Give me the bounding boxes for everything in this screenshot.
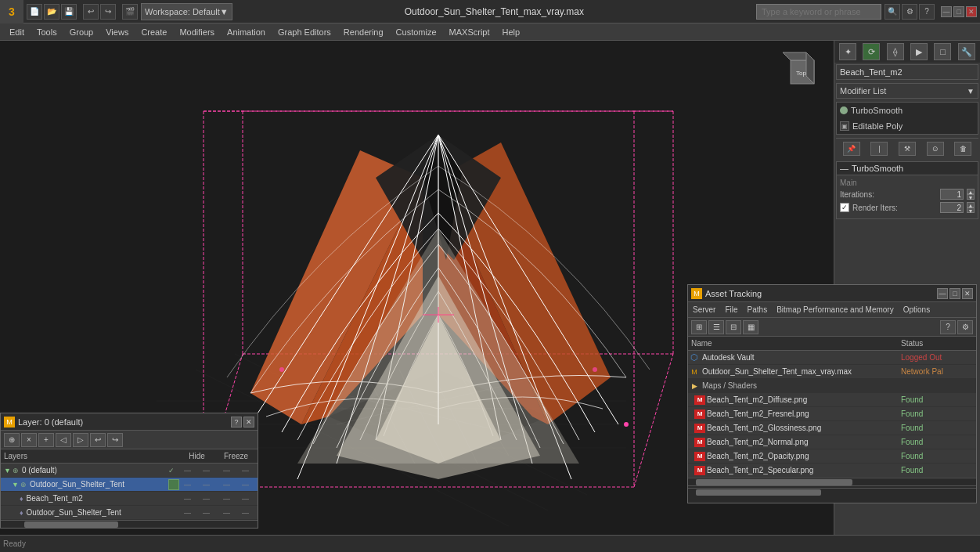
menu-create[interactable]: Create xyxy=(135,26,173,38)
asset-menu-file[interactable]: File xyxy=(720,304,742,316)
asset-menu-bitmap[interactable]: Bitmap Performance and Memory xyxy=(772,304,899,316)
asset-tool-settings[interactable]: ⚙ xyxy=(957,320,973,334)
layer-row-active[interactable]: ▼ ⊕ Outdoor_Sun_Shelter_Tent — — — — xyxy=(1,478,258,492)
asset-row-specular[interactable]: M Beach_Tent_m2_Specular.png Found xyxy=(688,464,976,478)
asset-tool-grid[interactable]: ⊞ xyxy=(691,320,707,334)
nav-cube[interactable]: Top xyxy=(779,49,826,96)
layer-hide-header: Hide xyxy=(179,452,214,460)
window-controls: — □ ✕ xyxy=(938,6,980,17)
turbosmooth-render-iters-input[interactable] xyxy=(940,202,964,213)
asset-scrollbar-thumb[interactable] xyxy=(696,479,852,485)
modifier-list-bar[interactable]: Modifier List ▼ xyxy=(836,83,978,99)
tab-display[interactable]: □ xyxy=(934,43,951,60)
turbosmooth-render-checkbox[interactable]: ✓ xyxy=(840,203,849,212)
layer-tool-down[interactable]: ↪ xyxy=(107,433,123,447)
asset-tool-minus[interactable]: ⊟ xyxy=(726,320,741,334)
modifier-tool1-button[interactable]: | xyxy=(870,142,888,156)
layer-close-button[interactable]: ✕ xyxy=(243,417,254,428)
layer-help-button[interactable]: ? xyxy=(231,417,242,428)
layer-title-buttons: ? ✕ xyxy=(231,417,254,428)
turbosmooth-iterations-spin[interactable]: ▲ ▼ xyxy=(967,189,975,200)
menu-help[interactable]: Help xyxy=(496,26,527,38)
open-file-icon[interactable]: 📂 xyxy=(44,4,59,20)
menu-edit[interactable]: Edit xyxy=(3,26,31,38)
tab-hierarchy[interactable]: ⟠ xyxy=(887,43,904,60)
layer-row-outdoor-child[interactable]: ♦ Outdoor_Sun_Shelter_Tent — — — — xyxy=(1,506,258,520)
asset-row-normal[interactable]: M Beach_Tent_m2_Normal.png Found xyxy=(688,435,976,449)
menu-rendering[interactable]: Rendering xyxy=(337,26,390,38)
asset-menu-bar: Server File Paths Bitmap Performance and… xyxy=(688,302,976,318)
turbosmooth-render-iters-spin[interactable]: ▲ ▼ xyxy=(967,202,975,213)
tab-utilities[interactable]: 🔧 xyxy=(958,43,975,60)
menu-maxscript[interactable]: MAXScript xyxy=(443,26,496,38)
menu-views[interactable]: Views xyxy=(99,26,135,38)
layer-select-indicator xyxy=(168,479,179,490)
redo-icon[interactable]: ↪ xyxy=(100,4,116,20)
help-icon[interactable]: ? xyxy=(919,4,935,20)
asset-row-maps-group[interactable]: ▶ Maps / Shaders xyxy=(688,379,976,393)
menu-customize[interactable]: Customize xyxy=(390,26,443,38)
search-icon[interactable]: 🔍 xyxy=(885,4,900,20)
layer-tool-right[interactable]: ▷ xyxy=(73,433,88,447)
layer-scrollbar-thumb[interactable] xyxy=(24,521,118,528)
asset-row-diffuse[interactable]: M Beach_Tent_m2_Diffuse.png Found xyxy=(688,393,976,407)
new-file-icon[interactable]: 📄 xyxy=(27,4,42,20)
settings-icon[interactable]: ⚙ xyxy=(902,4,917,20)
separator xyxy=(78,4,81,20)
save-file-icon[interactable]: 💾 xyxy=(61,4,77,20)
modifier-turbosmooth[interactable]: TurboSmooth xyxy=(837,103,978,118)
maximize-button[interactable]: □ xyxy=(953,6,964,17)
render-icon[interactable]: 🎬 xyxy=(122,4,138,20)
asset-tool-list[interactable]: ☰ xyxy=(708,320,724,334)
layer-tool-delete[interactable]: × xyxy=(21,433,37,447)
turbosmooth-iterations-input[interactable] xyxy=(940,189,964,200)
asset-row-fresnel[interactable]: M Beach_Tent_m2_Fresnel.png Found xyxy=(688,407,976,421)
layer-tool-add[interactable]: + xyxy=(38,433,54,447)
turbosmooth-header[interactable]: — TurboSmooth xyxy=(837,162,978,175)
layer-tool-up[interactable]: ↩ xyxy=(90,433,106,447)
asset-row-vault[interactable]: ⬡ Autodesk Vault Logged Out xyxy=(688,351,976,365)
close-button[interactable]: ✕ xyxy=(966,6,977,17)
asset-menu-paths[interactable]: Paths xyxy=(743,304,773,316)
tab-create[interactable]: ✦ xyxy=(839,43,856,60)
layer-type-icon: ⊕ xyxy=(13,467,19,474)
modifier-tool3-button[interactable]: ⊙ xyxy=(927,142,944,156)
asset-close-button[interactable]: ✕ xyxy=(962,288,973,299)
asset-row-glossiness[interactable]: M Beach_Tent_m2_Glossiness.png Found xyxy=(688,421,976,435)
turbosmooth-iterations-up[interactable]: ▲ xyxy=(967,189,975,194)
turbosmooth-iterations-down[interactable]: ▼ xyxy=(967,194,975,200)
menu-animation[interactable]: Animation xyxy=(221,26,272,38)
workspace-dropdown[interactable]: Workspace: Default ▼ xyxy=(141,3,232,20)
modifier-tool2-button[interactable]: ⚒ xyxy=(899,142,916,156)
layer-tool-view[interactable]: ⊕ xyxy=(4,433,20,447)
layer-tool-left[interactable]: ◁ xyxy=(56,433,71,447)
layer-row-beach-tent[interactable]: ♦ Beach_Tent_m2 — — — — xyxy=(1,492,258,506)
object-name-field[interactable]: Beach_Tent_m2 xyxy=(836,64,978,80)
asset-menu-server[interactable]: Server xyxy=(688,304,720,316)
menu-modifiers[interactable]: Modifiers xyxy=(173,26,221,38)
search-input[interactable] xyxy=(756,4,881,20)
layer-scrollbar[interactable] xyxy=(1,520,258,528)
asset-menu-options[interactable]: Options xyxy=(899,304,935,316)
turbosmooth-render-iters-up[interactable]: ▲ xyxy=(967,202,975,207)
asset-tool-table[interactable]: ▦ xyxy=(743,320,758,334)
modifier-editable-poly[interactable]: ▣ Editable Poly xyxy=(837,118,978,134)
asset-tool-help[interactable]: ? xyxy=(940,320,956,334)
menu-graph-editors[interactable]: Graph Editors xyxy=(272,26,337,38)
minimize-button[interactable]: — xyxy=(941,6,952,17)
menu-group[interactable]: Group xyxy=(63,26,100,38)
undo-icon[interactable]: ↩ xyxy=(83,4,99,20)
asset-row-max-file[interactable]: M Outdoor_Sun_Shelter_Tent_max_vray.max … xyxy=(688,365,976,379)
layer-row[interactable]: ▼ ⊕ 0 (default) ✓ — — — — xyxy=(1,464,258,478)
modifier-pin-button[interactable]: 📌 xyxy=(843,142,860,156)
asset-scrollbar[interactable] xyxy=(688,478,976,485)
asset-maximize-button[interactable]: □ xyxy=(949,288,960,299)
asset-minimize-button[interactable]: — xyxy=(937,288,948,299)
asset-name-max-file: Outdoor_Sun_Shelter_Tent_max_vray.max xyxy=(701,367,898,376)
modifier-tool4-button[interactable]: 🗑 xyxy=(954,142,971,156)
menu-tools[interactable]: Tools xyxy=(31,26,63,38)
tab-motion[interactable]: ▶ xyxy=(910,43,928,60)
tab-modify[interactable]: ⟳ xyxy=(863,43,880,60)
turbosmooth-render-iters-down[interactable]: ▼ xyxy=(967,207,975,213)
asset-row-opacity[interactable]: M Beach_Tent_m2_Opacity.png Found xyxy=(688,449,976,464)
